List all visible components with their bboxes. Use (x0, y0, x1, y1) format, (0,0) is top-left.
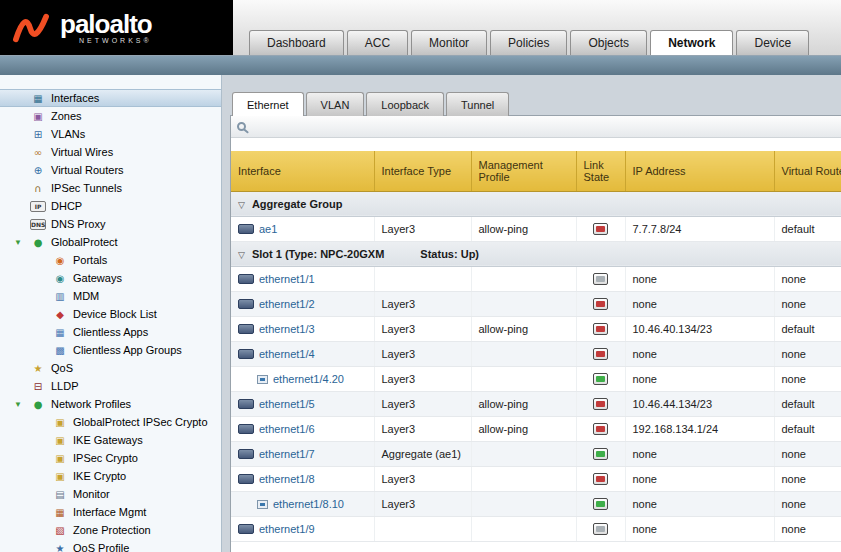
virtual-router-cell: none (774, 266, 841, 291)
lock-icon: ▣ (52, 416, 68, 429)
interface-link[interactable]: ethernet1/4 (259, 348, 315, 360)
device-block-list-icon: ◆ (52, 308, 68, 321)
sidebar-item-label: IKE Gateways (73, 434, 143, 446)
column-header-ip-address[interactable]: IP Address (625, 151, 774, 191)
sidebar-item-monitor[interactable]: ▤Monitor (0, 485, 221, 503)
ip-address-cell: none (625, 491, 774, 516)
interface-cell: ethernet1/6 (231, 416, 374, 441)
sidebar-item-qos-profile[interactable]: ★QoS Profile (0, 539, 221, 552)
sidebar-item-portals[interactable]: ◉Portals (0, 251, 221, 269)
table-row[interactable]: ethernet1/4Layer3nonenone (231, 341, 841, 366)
sidebar-item-clientless-app-groups[interactable]: ▩Clientless App Groups (0, 341, 221, 359)
interface-link[interactable]: ethernet1/1 (259, 273, 315, 285)
sidebar-item-interface-mgmt[interactable]: ▦Interface Mgmt (0, 503, 221, 521)
sidebar-item-lldp[interactable]: ⊟LLDP (0, 377, 221, 395)
sidebar-nav: ▦Interfaces▣Zones⊞VLANs∞Virtual Wires⊕Vi… (0, 75, 222, 552)
table-row[interactable]: ethernet1/9nonenone (231, 516, 841, 541)
table-row[interactable]: ethernet1/7Aggregate (ae1)nonenone (231, 441, 841, 466)
collapse-group-icon[interactable]: ▽ (238, 250, 245, 260)
table-row[interactable]: ethernet1/3Layer3allow-ping10.46.40.134/… (231, 316, 841, 341)
sidebar-item-dns-proxy[interactable]: DNSDNS Proxy (0, 215, 221, 233)
expand-arrow-icon[interactable]: ▼ (14, 238, 22, 247)
nav-tab-monitor[interactable]: Monitor (411, 30, 487, 55)
interface-icon (238, 324, 254, 334)
sidebar-item-qos[interactable]: ★QoS (0, 359, 221, 377)
nav-tab-device[interactable]: Device (736, 30, 809, 55)
subinterface-icon (257, 375, 268, 384)
ip-address-cell: 10.46.40.134/23 (625, 316, 774, 341)
qos-profile-icon: ★ (52, 542, 68, 552)
tab-ethernet[interactable]: Ethernet (232, 92, 304, 116)
management-profile-cell: allow-ping (471, 316, 576, 341)
interface-link[interactable]: ethernet1/8 (259, 473, 315, 485)
interface-icon (238, 474, 254, 484)
sidebar-item-dhcp[interactable]: IPDHCP (0, 197, 221, 215)
interface-icon (238, 449, 254, 459)
table-row[interactable]: ae1Layer3allow-ping7.7.7.8/24default (231, 216, 841, 241)
subinterface-icon (257, 500, 268, 509)
sidebar-item-device-block-list[interactable]: ◆Device Block List (0, 305, 221, 323)
sidebar-item-virtual-wires[interactable]: ∞Virtual Wires (0, 143, 221, 161)
expand-arrow-icon[interactable]: ▼ (14, 400, 22, 409)
sidebar-item-ike-gateways[interactable]: ▣IKE Gateways (0, 431, 221, 449)
sidebar-item-ike-crypto[interactable]: ▣IKE Crypto (0, 467, 221, 485)
sidebar-item-globalprotect[interactable]: ▼●GlobalProtect (0, 233, 221, 251)
table-row[interactable]: ethernet1/5Layer3allow-ping10.46.44.134/… (231, 391, 841, 416)
table-row[interactable]: ethernet1/8Layer3nonenone (231, 466, 841, 491)
table-row[interactable]: ethernet1/4.20Layer3nonenone (231, 366, 841, 391)
interface-type-cell: Layer3 (374, 391, 471, 416)
sidebar-item-globalprotect-ipsec-crypto[interactable]: ▣GlobalProtect IPSec Crypto (0, 413, 221, 431)
app-root: paloalto NETWORKS® DashboardACCMonitorPo… (0, 0, 841, 552)
sidebar-item-label: GlobalProtect IPSec Crypto (73, 416, 208, 428)
interface-link[interactable]: ethernet1/2 (259, 298, 315, 310)
search-icon[interactable] (237, 122, 246, 131)
tab-loopback[interactable]: Loopback (366, 92, 444, 116)
interface-link[interactable]: ethernet1/9 (259, 523, 315, 535)
column-header-interface[interactable]: Interface (231, 151, 374, 191)
column-header-interface-type[interactable]: Interface Type (374, 151, 471, 191)
filter-input[interactable] (254, 116, 841, 137)
sidebar-item-virtual-routers[interactable]: ⊕Virtual Routers (0, 161, 221, 179)
sidebar-item-zones[interactable]: ▣Zones (0, 107, 221, 125)
column-header-link-state[interactable]: Link State (576, 151, 625, 191)
table-row[interactable]: ethernet1/6Layer3allow-ping192.168.134.1… (231, 416, 841, 441)
sidebar-item-label: Interfaces (51, 92, 99, 104)
tab-vlan[interactable]: VLAN (306, 92, 365, 116)
ip-address-cell: 10.46.44.134/23 (625, 391, 774, 416)
interface-link[interactable]: ae1 (259, 223, 277, 235)
table-row[interactable]: ethernet1/2Layer3nonenone (231, 291, 841, 316)
sidebar-item-interfaces[interactable]: ▦Interfaces (0, 89, 221, 107)
interface-link[interactable]: ethernet1/6 (259, 423, 315, 435)
interface-link[interactable]: ethernet1/4.20 (273, 373, 344, 385)
nav-tab-objects[interactable]: Objects (570, 30, 647, 55)
sidebar-item-zone-protection[interactable]: ▧Zone Protection (0, 521, 221, 539)
sidebar-item-mdm[interactable]: ▥MDM (0, 287, 221, 305)
nav-tab-policies[interactable]: Policies (490, 30, 567, 55)
sidebar-item-vlans[interactable]: ⊞VLANs (0, 125, 221, 143)
link-state-up-icon (593, 448, 608, 460)
interface-icon (238, 524, 254, 534)
sidebar-item-ipsec-tunnels[interactable]: ∩IPSec Tunnels (0, 179, 221, 197)
interface-link[interactable]: ethernet1/3 (259, 323, 315, 335)
sidebar-item-network-profiles[interactable]: ▼●Network Profiles (0, 395, 221, 413)
interface-link[interactable]: ethernet1/5 (259, 398, 315, 410)
column-header-management-profile[interactable]: Management Profile (471, 151, 576, 191)
collapse-group-icon[interactable]: ▽ (238, 200, 245, 210)
nav-tab-acc[interactable]: ACC (347, 30, 408, 55)
nav-tab-dashboard[interactable]: Dashboard (249, 30, 344, 55)
nav-tab-network[interactable]: Network (650, 30, 733, 55)
table-row[interactable]: ethernet1/1nonenone (231, 266, 841, 291)
qos-icon: ★ (30, 362, 46, 375)
tab-tunnel[interactable]: Tunnel (446, 92, 509, 116)
group-title: Aggregate Group (252, 198, 342, 210)
interfaces-table: InterfaceInterface TypeManagement Profil… (231, 151, 841, 542)
portals-icon: ◉ (52, 254, 68, 267)
lock-icon: ▣ (52, 452, 68, 465)
sidebar-item-ipsec-crypto[interactable]: ▣IPSec Crypto (0, 449, 221, 467)
sidebar-item-gateways[interactable]: ◉Gateways (0, 269, 221, 287)
interface-link[interactable]: ethernet1/7 (259, 448, 315, 460)
table-row[interactable]: ethernet1/8.10Layer3nonenone (231, 491, 841, 516)
column-header-virtual-router[interactable]: Virtual Router (774, 151, 841, 191)
interface-link[interactable]: ethernet1/8.10 (273, 498, 344, 510)
sidebar-item-clientless-apps[interactable]: ▦Clientless Apps (0, 323, 221, 341)
